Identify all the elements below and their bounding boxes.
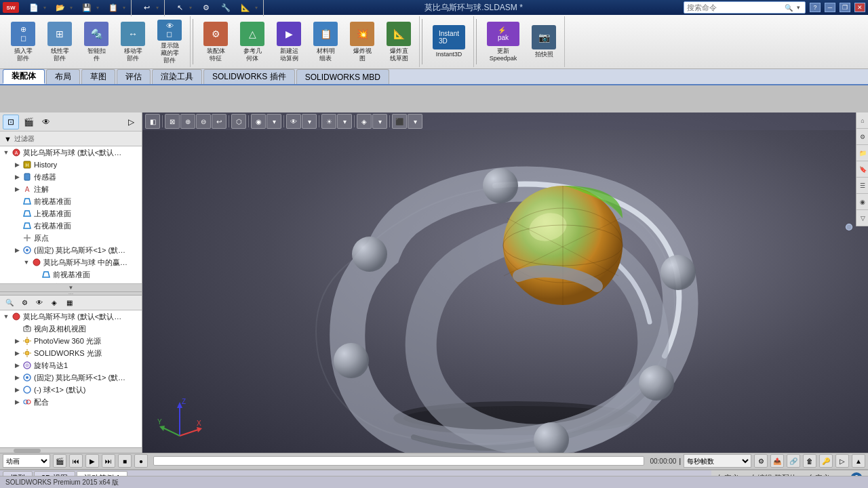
search-dropdown[interactable]: ▾ xyxy=(794,1,802,14)
save-btn[interactable]: 💾 ▾ xyxy=(77,0,103,16)
tool-btn2[interactable]: 🔧 xyxy=(216,0,235,16)
anim-record-btn[interactable]: ● xyxy=(134,454,148,468)
btree-mate-toggle[interactable]: ▶ xyxy=(12,397,22,407)
tree-front-plane[interactable]: 前视基准面 xyxy=(0,195,142,207)
right-bookmark-btn[interactable]: 🔖 xyxy=(856,161,868,178)
bottom-filter-btn2[interactable]: ⚙ xyxy=(18,297,31,309)
tree-history[interactable]: ▶ H History xyxy=(0,159,142,171)
explode-view-btn[interactable]: 💥 爆炸视图 xyxy=(344,18,380,66)
new-motion-btn[interactable]: ▶ 新建运动算例 xyxy=(271,18,307,66)
note-toggle[interactable]: ▶ xyxy=(12,184,22,194)
btree-sw-light[interactable]: ▶ SOLIDWORKS 光源 xyxy=(0,347,142,359)
tab-plugins[interactable]: SOLIDWORKS 插件 xyxy=(203,69,295,84)
right-settings-btn[interactable]: ⚙ xyxy=(856,129,868,145)
btree-sw-light-toggle[interactable]: ▶ xyxy=(12,348,22,358)
tab-evaluate[interactable]: 评估 xyxy=(117,69,151,84)
anim-stop-btn[interactable]: ■ xyxy=(118,454,132,468)
right-filter-btn[interactable]: ▽ xyxy=(856,210,868,226)
right-list-btn[interactable]: ☰ xyxy=(856,178,868,194)
tree-right-plane[interactable]: 右视基准面 xyxy=(0,220,142,232)
snapshot-btn[interactable]: 📷 拍快照 xyxy=(526,18,561,66)
speedpak-btn[interactable]: ⚡pak 更新Speedpak xyxy=(481,18,525,66)
undo-btn[interactable]: ↩ ▾ xyxy=(137,0,163,16)
move-component-btn[interactable]: ↔ 移动零部件 xyxy=(115,18,151,66)
fixed-ring-toggle[interactable]: ▶ xyxy=(12,245,22,255)
tree-root[interactable]: ▼ A 莫比乌斯环与球 (默认<默认… xyxy=(0,146,142,159)
tab-render[interactable]: 渲染工具 xyxy=(152,69,202,84)
anim-frame-select[interactable]: 每秒帧数 xyxy=(684,454,751,468)
anim-play2-btn[interactable]: ▷ xyxy=(835,454,849,468)
anim-progress-bar[interactable] xyxy=(153,456,644,466)
bottom-tree[interactable]: ▼ 莫比乌斯环与球 (默认<默认… 视向及相机视图 ▶ Ph xyxy=(0,310,142,447)
anim-play-btn[interactable]: ▶ xyxy=(85,454,99,468)
btree-root[interactable]: ▼ 莫比乌斯环与球 (默认<默认… xyxy=(0,310,142,323)
vt-display-btn[interactable]: ◉ xyxy=(251,114,266,129)
print-btn[interactable]: 📋 ▾ xyxy=(104,0,130,16)
bom-btn[interactable]: 📋 材料明细表 xyxy=(308,18,343,66)
smart-fastener-btn[interactable]: 🔩 智能扣件 xyxy=(79,18,114,66)
panel-expand-btn[interactable]: ▷ xyxy=(123,115,139,129)
new-arrow[interactable]: ▾ xyxy=(42,0,47,16)
vt-prev-view-btn[interactable]: ↩ xyxy=(212,114,226,129)
anim-up-btn[interactable]: ▲ xyxy=(852,454,865,468)
vt-display-arrow[interactable]: ▾ xyxy=(267,114,281,129)
search-box[interactable]: 🔍 ▾ xyxy=(684,1,806,14)
linear-component-btn[interactable]: ⊞ 线性零部件 xyxy=(42,18,77,66)
help-btn[interactable]: ? xyxy=(810,3,821,12)
btree-motor[interactable]: ▶ 旋转马达1 xyxy=(0,359,142,371)
anim-key-btn[interactable]: 🎬 xyxy=(53,454,66,468)
select-arrow[interactable]: ▾ xyxy=(188,0,193,16)
btree-motor-toggle[interactable]: ▶ xyxy=(12,361,22,370)
show-hide-btn[interactable]: 👁◻ 显示隐藏的零部件 xyxy=(152,18,187,66)
btree-mate[interactable]: ▶ 配合 xyxy=(0,396,142,408)
tool-btn1[interactable]: ⚙ xyxy=(197,0,216,16)
vt-zoom-in-btn[interactable]: ⊕ xyxy=(180,114,195,129)
animation-type-select[interactable]: 动画 xyxy=(3,454,50,468)
vt-hide-arrow[interactable]: ▾ xyxy=(302,114,317,129)
h-scrollbar-thumb[interactable] xyxy=(14,449,41,453)
tree-fixed-ring[interactable]: ▶ (固定) 莫比乌斯环<1> (默… xyxy=(0,244,142,256)
btree-fixed-ring-toggle[interactable]: ▶ xyxy=(12,373,22,382)
panel-feature-btn[interactable]: ⊡ xyxy=(3,115,19,129)
tool-arrow3[interactable]: ▾ xyxy=(254,0,259,16)
bottom-filter-btn1[interactable]: 🔍 xyxy=(3,297,16,309)
anim-key2-btn[interactable]: 🔑 xyxy=(819,454,833,468)
bottom-filter-btn5[interactable]: ▦ xyxy=(62,297,76,309)
vt-section-btn[interactable]: ◧ xyxy=(145,114,160,129)
btree-camera[interactable]: 视向及相机视图 xyxy=(0,323,142,335)
vt-lights-btn[interactable]: ☀ xyxy=(321,114,336,129)
vt-zoom-out-btn[interactable]: ⊖ xyxy=(196,114,211,129)
tree-sub-front[interactable]: 前视基准面 xyxy=(0,268,142,281)
right-color-btn[interactable]: ◉ xyxy=(856,194,868,210)
tree-note[interactable]: ▶ A 注解 xyxy=(0,183,142,195)
open-arrow[interactable]: ▾ xyxy=(68,0,74,16)
instant3d-btn[interactable]: Instant3D Instant3D xyxy=(427,18,471,66)
print-arrow[interactable]: ▾ xyxy=(121,0,127,16)
tree-origin[interactable]: 原点 xyxy=(0,232,142,244)
vt-scene-btn[interactable]: ⬛ xyxy=(392,114,407,129)
search-input[interactable] xyxy=(687,2,783,13)
tree-top-plane[interactable]: 上视基准面 xyxy=(0,207,142,220)
btree-root-toggle[interactable]: ▼ xyxy=(1,312,11,321)
vt-view-orient-btn[interactable]: ⬡ xyxy=(231,114,246,129)
tree-sub-asm[interactable]: ▼ 莫比乌斯环与球 中的赢… xyxy=(0,256,142,268)
minimize-btn[interactable]: ─ xyxy=(825,3,835,12)
vt-scene-arrow[interactable]: ▾ xyxy=(408,114,422,129)
undo-arrow[interactable]: ▾ xyxy=(155,0,160,16)
right-folder-btn[interactable]: 📁 xyxy=(856,145,868,161)
panel-property-btn[interactable]: 🎬 xyxy=(20,115,37,129)
vt-lights-arrow[interactable]: ▾ xyxy=(337,114,352,129)
right-home-btn[interactable]: ⌂ xyxy=(856,113,868,129)
viewport[interactable]: ◧ ⊠ ⊕ ⊖ ↩ ⬡ ◉ ▾ 👁 ▾ ☀ ▾ ◈ ▾ ⬛ ▾ xyxy=(142,113,868,453)
tab-sketch[interactable]: 草图 xyxy=(81,69,115,84)
ref-geometry-btn[interactable]: △ 参考几何体 xyxy=(235,18,270,66)
btree-fixed-ring[interactable]: ▶ (固定) 莫比乌斯环<1> (默… xyxy=(0,371,142,384)
anim-settings-btn[interactable]: ⚙ xyxy=(754,454,768,468)
anim-delete-btn[interactable]: 🗑 xyxy=(803,454,816,468)
bottom-filter-btn3[interactable]: 👁 xyxy=(33,297,46,309)
restore-btn[interactable]: ❐ xyxy=(840,3,850,12)
vt-appearance-btn[interactable]: ◈ xyxy=(357,114,372,129)
upper-tree[interactable]: ▼ A 莫比乌斯环与球 (默认<默认… ▶ H History ▶ xyxy=(0,146,142,283)
nav-expand-btn[interactable] xyxy=(846,224,852,230)
search-icon[interactable]: 🔍 xyxy=(783,2,794,13)
